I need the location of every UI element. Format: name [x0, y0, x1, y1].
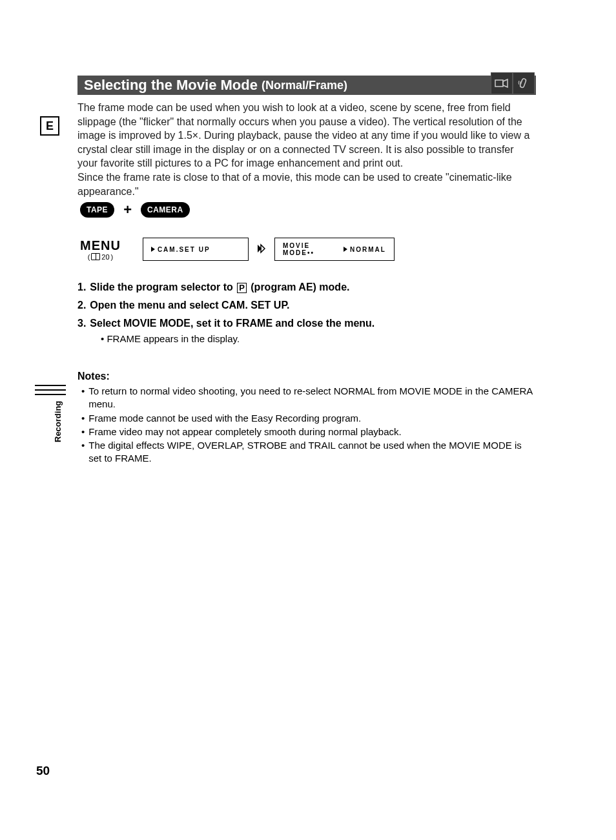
plus-icon: +	[123, 201, 132, 218]
camcorder-icon	[491, 72, 513, 94]
intro-paragraph-2: Since the frame rate is close to that of…	[77, 172, 512, 197]
note-1: •To return to normal video shooting, you…	[77, 385, 536, 411]
menu-box-2: MOVIE MODE••NORMAL	[274, 238, 395, 261]
triangle-icon	[151, 247, 155, 252]
svg-rect-0	[495, 80, 503, 87]
note-3: •Frame video may not appear completely s…	[77, 425, 536, 438]
note-4-text: The digital effects WIPE, OVERLAP, STROB…	[88, 439, 536, 466]
notes-block: Notes: •To return to normal video shooti…	[77, 371, 536, 466]
section-title-bar: Selecting the Movie Mode (Normal/Frame)	[77, 76, 536, 95]
note-1-text: To return to normal video shooting, you …	[88, 385, 536, 411]
triangle-icon	[344, 247, 347, 252]
menu-page-number: 20	[101, 253, 109, 261]
step-1-text-a: Slide the program selector to	[90, 282, 236, 292]
note-2-text: Frame mode cannot be used with the Easy …	[88, 412, 361, 425]
book-icon	[91, 253, 100, 260]
menu-label-block: MENU ( 20 )	[80, 238, 121, 261]
step-2-text: Open the menu and select CAM. SET UP.	[90, 300, 289, 311]
side-tab-label: Recording	[53, 401, 63, 442]
camera-chip: CAMERA	[141, 202, 190, 218]
page: Selecting the Movie Mode (Normal/Frame) …	[0, 0, 616, 840]
svg-rect-2	[520, 78, 526, 88]
note-2: •Frame mode cannot be used with the Easy…	[77, 412, 536, 425]
intro-paragraph-1: The frame mode can be used when you wish…	[77, 102, 529, 169]
language-badge-text: E	[46, 119, 54, 133]
note-3-text: Frame video may not appear completely sm…	[88, 425, 401, 438]
step-2-number: 2.	[77, 300, 86, 311]
section-title-sub: (Normal/Frame)	[262, 79, 347, 92]
step-1-text-b: (program AE) mode.	[248, 282, 350, 292]
mode-indicator-row: TAPE + CAMERA	[80, 201, 190, 218]
menu-box-1: CAM.SET UP	[143, 238, 249, 261]
double-arrow-icon	[256, 243, 267, 256]
intro-text: The frame mode can be used when you wish…	[77, 101, 536, 198]
page-number: 50	[36, 764, 50, 778]
menu-title: MENU	[80, 238, 121, 253]
menu-page-ref: ( 20 )	[88, 253, 114, 261]
step-1-number: 1.	[77, 282, 86, 293]
step-3: 3. Select MOVIE MODE, set it to FRAME an…	[77, 318, 536, 329]
notes-title: Notes:	[77, 371, 536, 382]
side-tab-lines	[35, 385, 66, 398]
tape-chip: TAPE	[80, 202, 114, 218]
header-icons	[491, 72, 535, 94]
note-4: •The digital effects WIPE, OVERLAP, STRO…	[77, 439, 536, 466]
step-2: 2. Open the menu and select CAM. SET UP.	[77, 300, 536, 311]
step-3-sub: • FRAME appears in the display.	[101, 333, 536, 344]
remote-icon	[513, 72, 535, 94]
step-1: 1. Slide the program selector to P (prog…	[77, 282, 536, 293]
section-title-main: Selecting the Movie Mode	[84, 77, 258, 94]
language-badge: E	[40, 116, 59, 136]
step-3-text: Select MOVIE MODE, set it to FRAME and c…	[90, 318, 375, 329]
menu-path-row: MENU ( 20 ) CAM.SET UP MOVIE MODE••NORMA…	[80, 238, 395, 261]
program-ae-symbol: P	[237, 283, 247, 293]
steps-list: 1. Slide the program selector to P (prog…	[77, 282, 536, 351]
menu-box-2-text-b: NORMAL	[350, 246, 386, 253]
svg-marker-1	[503, 79, 508, 87]
menu-box-1-text: CAM.SET UP	[158, 246, 210, 253]
menu-box-2-text-a: MOVIE MODE••	[283, 242, 341, 256]
step-3-number: 3.	[77, 318, 86, 329]
